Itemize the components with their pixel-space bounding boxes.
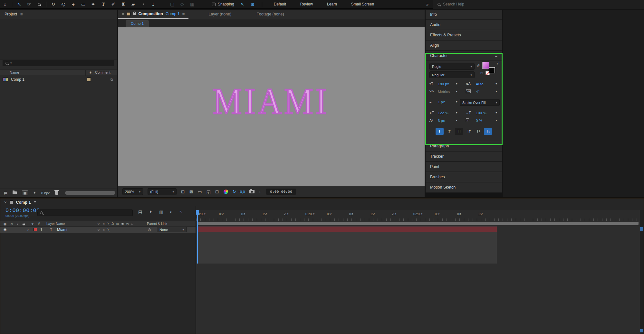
workspace-tab-review[interactable]: Review [293,0,320,9]
snapshot-icon[interactable] [249,190,255,193]
resolution-select[interactable]: (Full)▾ [148,188,177,195]
workspace-tab-small-screen[interactable]: Small Screen [344,0,381,9]
pan-behind-tool-icon[interactable]: + [68,0,78,9]
align-panel-header[interactable]: Align [426,41,502,51]
layer-viewer-tab[interactable]: Layer (none) [208,12,231,16]
lock-icon[interactable] [133,13,136,15]
font-family-select[interactable]: Rogie▾ [429,63,475,70]
panel-menu-icon[interactable]: ≡ [20,12,23,17]
font-style-select[interactable]: Regular▾ [429,71,475,78]
footage-viewer-tab[interactable]: Footage (none) [256,12,284,16]
clone-stamp-tool-icon[interactable]: ♜ [118,0,128,9]
composition-canvas[interactable]: MIAMI [118,27,425,186]
dropdown-arrow-icon[interactable]: ▼ [456,119,458,122]
dropdown-arrow-icon[interactable]: ▼ [456,101,458,103]
close-icon[interactable]: × [4,200,7,205]
motion-sketch-panel-header[interactable]: Motion Sketch [426,182,502,193]
composition-tab[interactable]: × Composition Comp 1 ≡ [118,10,188,19]
help-search-input[interactable] [443,2,540,6]
new-folder-icon[interactable] [13,191,17,194]
composition-mini-flowchart-icon[interactable]: ▤ [138,209,142,214]
frame-blending-icon[interactable]: ▥ [159,209,163,214]
snap-to-point-icon[interactable]: ↖ [237,0,247,9]
layer-switches[interactable]: ☺☼╲ [97,228,109,231]
type-tool-icon[interactable]: T [98,0,108,9]
zoom-tool-icon[interactable] [34,0,44,9]
channels-icon[interactable] [224,190,228,194]
pixel-aspect-icon[interactable]: ⊡ [215,189,219,194]
layer-name[interactable]: Miami [57,227,67,232]
eyedropper-icon[interactable]: ✎ [476,64,480,67]
project-settings-icon[interactable]: ✦ [33,191,36,195]
panel-menu-icon[interactable]: ≡ [495,53,497,58]
eraser-tool-icon[interactable]: ▰ [128,0,138,9]
workspace-tab-learn[interactable]: Learn [320,0,344,9]
character-panel-header[interactable]: Character ≡ [426,51,502,61]
delete-icon[interactable] [55,191,58,195]
project-item-row[interactable]: Comp 1 ⧉ [0,76,117,83]
pick-whip-icon[interactable]: ◎ [148,227,151,232]
leading-value[interactable]: Auto [476,82,484,86]
name-column-header[interactable]: Name [10,70,19,74]
rotation-tool-icon[interactable]: ↻ [48,0,58,9]
timeline-search-box[interactable] [37,209,133,216]
baseline-shift-value[interactable]: 3 px [438,119,445,123]
snapping-checkbox[interactable] [212,3,216,6]
mask-visibility-icon[interactable]: ⊠ [189,189,193,194]
horizontal-scale-value[interactable]: 100 % [476,111,486,115]
draft-3d-icon[interactable]: ✦ [149,209,152,214]
dropdown-arrow-icon[interactable]: ▼ [495,119,497,122]
paint-panel-header[interactable]: Paint [426,162,502,172]
interpret-footage-icon[interactable]: ▤ [4,191,7,195]
stroke-width-value[interactable]: 1 px [438,100,445,104]
all-caps-button[interactable]: TT [455,128,463,135]
vertical-scale-value[interactable]: 122 % [438,111,448,115]
brushes-panel-header[interactable]: Brushes [426,172,502,182]
hand-tool-icon[interactable]: ☞ [24,0,34,9]
layer-duration-bar[interactable] [197,227,497,232]
layer-label-chip[interactable] [34,228,37,231]
layer-expander-icon[interactable]: › [27,227,29,232]
shape-tool-icon[interactable]: ▭ [78,0,88,9]
audio-panel-header[interactable]: Audio [426,20,502,30]
effects-presets-panel-header[interactable]: Effects & Presets [426,30,502,41]
snap-to-grid-icon[interactable]: ⊞ [247,0,257,9]
horizontal-scrollbar[interactable] [65,191,115,195]
puppet-pin-tool-icon[interactable]: ⊸ [149,0,158,9]
comp-sub-tab[interactable]: Comp 1 [126,20,149,27]
info-panel-header[interactable]: Info [426,10,502,20]
dropdown-arrow-icon[interactable]: ▼ [495,83,497,85]
camera-tool-icon[interactable]: ◎ [58,0,68,9]
parent-select[interactable]: None▾ [157,227,187,232]
pen-tool-icon[interactable]: ✒ [88,0,98,9]
time-ruler[interactable]: 0:00f 05f 10f 15f 20f 01:00f 05f 10f 15f… [196,210,640,221]
brush-tool-icon[interactable]: ✐ [108,0,118,9]
home-icon[interactable]: ⌂ [0,0,10,9]
timeline-tab[interactable]: × Comp 1 ≡ [0,198,644,206]
viewer-timecode[interactable]: 0:00:00:00 [266,189,296,195]
shy-switch-icon[interactable]: ☺ [97,228,100,231]
quality-switch-icon[interactable]: ╲ [107,228,109,231]
current-time-display[interactable]: 0:00:00:00 00000 (25.00 fps) [5,208,40,218]
tracking-value[interactable]: 41 [476,90,480,94]
selection-tool-icon[interactable]: ↖ [14,0,24,9]
grid-guides-icon[interactable]: ⊞ [181,189,185,194]
dropdown-arrow-icon[interactable]: ▼ [456,90,458,93]
faux-italic-button[interactable]: T [445,128,453,135]
layer-name-column-header[interactable]: Layer Name [46,222,65,226]
stroke-color-swatch[interactable] [489,67,495,73]
close-icon[interactable]: × [122,12,124,16]
new-composition-icon[interactable]: ▣ [22,190,28,195]
tsume-value[interactable]: 0 % [476,119,482,123]
dropdown-arrow-icon[interactable]: ▼ [495,112,497,114]
layer-visibility-icon[interactable]: ◉ [4,227,7,232]
swap-fill-stroke-icon[interactable]: ⇄ [497,61,499,65]
dropdown-arrow-icon[interactable]: ▼ [456,83,458,85]
small-caps-button[interactable]: Tᴛ [465,128,473,135]
reset-exposure-icon[interactable]: ↻ [233,189,236,194]
magnification-select[interactable]: 200%▾ [122,188,143,195]
scrollbar-thumb[interactable] [640,227,643,231]
parent-link-column-header[interactable]: Parent & Link [147,222,167,226]
project-search-box[interactable]: ▾ [3,60,114,66]
dropdown-arrow-icon[interactable]: ▼ [456,112,458,114]
